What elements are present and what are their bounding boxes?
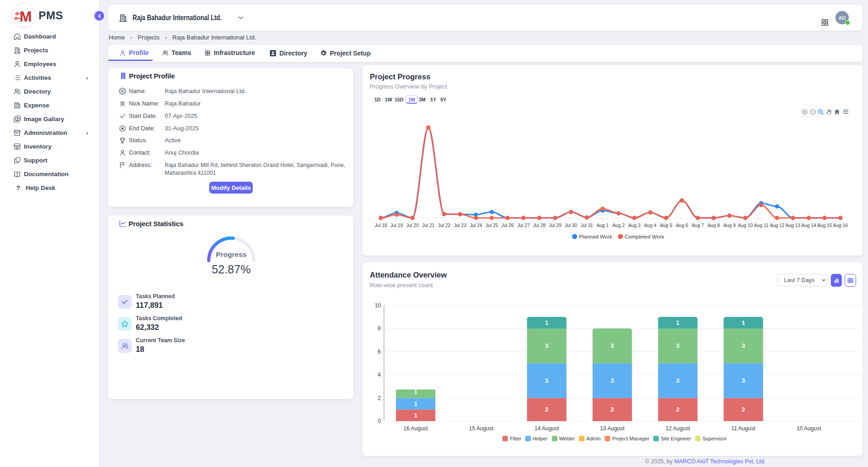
svg-text:14 August: 14 August	[534, 425, 559, 432]
svg-text:Aug 12: Aug 12	[770, 223, 785, 228]
svg-text:2: 2	[545, 406, 548, 413]
svg-text:3: 3	[676, 377, 679, 384]
svg-text:Jul 24: Jul 24	[470, 223, 483, 228]
svg-text:2: 2	[611, 406, 614, 413]
svg-text:Jul 25: Jul 25	[485, 223, 498, 228]
svg-text:3: 3	[742, 342, 745, 349]
svg-text:1: 1	[676, 319, 679, 326]
svg-text:1: 1	[742, 319, 745, 326]
svg-text:Aug 7: Aug 7	[692, 223, 704, 228]
svg-text:Jul 22: Jul 22	[438, 223, 451, 228]
svg-text:Aug 16: Aug 16	[833, 223, 848, 228]
svg-text:8: 8	[378, 325, 381, 332]
svg-text:Aug 6: Aug 6	[676, 223, 688, 228]
svg-text:3: 3	[545, 342, 548, 349]
svg-text:2: 2	[742, 406, 745, 413]
svg-text:Jul 29: Jul 29	[549, 223, 562, 228]
svg-text:1: 1	[414, 400, 417, 407]
svg-text:3: 3	[611, 342, 614, 349]
svg-text:4: 4	[378, 372, 381, 378]
svg-text:Aug 10: Aug 10	[738, 223, 753, 228]
svg-text:Aug 1: Aug 1	[596, 223, 609, 228]
svg-text:2: 2	[676, 406, 679, 413]
svg-text:3: 3	[742, 377, 745, 384]
svg-text:3: 3	[611, 377, 614, 384]
svg-text:Aug 4: Aug 4	[644, 223, 657, 228]
svg-text:Jul 27: Jul 27	[517, 223, 530, 228]
svg-text:6: 6	[378, 349, 381, 355]
svg-text:M: M	[20, 8, 32, 25]
svg-text:Jul 30: Jul 30	[565, 223, 578, 228]
svg-text:Aug 5: Aug 5	[660, 223, 673, 228]
svg-text:Aug 15: Aug 15	[817, 223, 832, 228]
svg-text:2: 2	[378, 395, 381, 401]
svg-text:Jul 18: Jul 18	[374, 223, 387, 228]
svg-text:Jul 31: Jul 31	[581, 223, 594, 228]
svg-text:Aug 14: Aug 14	[801, 223, 817, 228]
svg-text:16 August: 16 August	[403, 425, 428, 432]
svg-text:Jul 19: Jul 19	[390, 223, 403, 228]
svg-text:15 August: 15 August	[469, 425, 494, 432]
svg-text:Aug 13: Aug 13	[785, 223, 801, 228]
svg-text:10: 10	[375, 302, 381, 309]
svg-text:12 August: 12 August	[666, 425, 690, 432]
svg-text:0: 0	[378, 418, 381, 424]
svg-text:Aug 2: Aug 2	[612, 223, 625, 228]
svg-text:Aug 3: Aug 3	[628, 223, 640, 228]
svg-text:Aug 9: Aug 9	[723, 223, 736, 228]
svg-text:3: 3	[676, 342, 679, 349]
svg-text:3: 3	[545, 377, 548, 384]
svg-text:1: 1	[414, 412, 417, 419]
svg-text:Jul 26: Jul 26	[501, 223, 514, 228]
svg-text:Aug 11: Aug 11	[754, 223, 768, 228]
svg-text:Aug 8: Aug 8	[707, 223, 720, 228]
svg-text:Jul 23: Jul 23	[454, 223, 467, 228]
svg-text:1: 1	[545, 319, 548, 326]
svg-text:1: 1	[414, 389, 417, 395]
svg-text:13 August: 13 August	[600, 425, 625, 432]
svg-text:10 August: 10 August	[796, 425, 821, 432]
svg-text:Jul 28: Jul 28	[533, 223, 546, 228]
svg-text:11 August: 11 August	[731, 425, 756, 432]
svg-text:Jul 21: Jul 21	[422, 223, 435, 228]
svg-text:Jul 20: Jul 20	[406, 223, 419, 228]
